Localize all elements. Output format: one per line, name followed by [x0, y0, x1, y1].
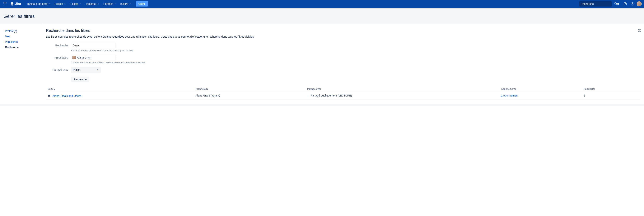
announcement-icon[interactable]: [615, 1, 621, 7]
col-owner[interactable]: Propriétaire: [194, 86, 306, 92]
create-button[interactable]: Créer: [136, 1, 148, 6]
nav-item-portfolio[interactable]: Portfolio: [102, 1, 118, 6]
section-description: Les filtres sont des recherches de ticke…: [46, 35, 640, 38]
global-search[interactable]: [579, 1, 612, 6]
help-corner-icon[interactable]: [638, 29, 641, 33]
svg-point-15: [640, 31, 640, 32]
cell-subscriptions: 1 Abonnement: [500, 92, 582, 100]
search-button[interactable]: Recherche: [71, 76, 89, 82]
page-header: Gérer les filtres: [0, 8, 644, 24]
shared-value: Public: [73, 68, 80, 71]
shared-label: Partagé avec: [46, 67, 71, 71]
nav-item-projects[interactable]: Projets: [52, 1, 68, 6]
results-table: Nom▲ Propriétaire Partagé avec Abonnemen…: [46, 86, 640, 100]
svg-rect-0: [4, 2, 4, 3]
nav-links: Tableaux de bord Projets Tickets Tableau…: [25, 1, 133, 6]
owner-name: Alana Grant: [77, 56, 91, 59]
chevron-down-icon: [80, 3, 81, 5]
search-label: Recherche: [46, 43, 71, 47]
col-name[interactable]: Nom▲: [46, 86, 194, 92]
star-icon[interactable]: [48, 94, 51, 98]
jira-logo[interactable]: Jira: [9, 2, 22, 6]
shared-select[interactable]: Public: [71, 67, 101, 73]
sidebar-item-search[interactable]: Recherche: [5, 44, 39, 50]
chevron-down-icon: [96, 68, 99, 71]
sidebar-item-my[interactable]: Mes: [5, 34, 39, 39]
svg-point-13: [632, 4, 633, 4]
logo-text: Jira: [15, 2, 21, 6]
sidebar-item-favorite[interactable]: Préféré(e): [5, 28, 39, 34]
page-title: Gérer les filtres: [4, 14, 644, 19]
nav-item-insight[interactable]: Insight: [118, 1, 133, 6]
cell-owner: Alana Grant (agrant): [194, 92, 306, 100]
top-nav: Jira Tableaux de bord Projets Tickets Ta…: [0, 0, 644, 8]
jira-logo-icon: [10, 2, 14, 6]
filter-name-link[interactable]: Alana: Deals and Offers: [52, 94, 81, 98]
form-row-search: Recherche Effectue une recherche selon l…: [46, 43, 640, 53]
form-row-owner: Propriétaire Alana Grant Commencer à tap…: [46, 55, 640, 65]
user-avatar[interactable]: [637, 1, 642, 6]
svg-rect-6: [4, 5, 4, 5]
cell-shared: Partagé publiquement (LECTURE): [306, 92, 500, 100]
form-row-shared: Partagé avec Public: [46, 67, 640, 73]
col-shared[interactable]: Partagé avec: [306, 86, 500, 92]
sort-asc-icon: ▲: [53, 88, 55, 90]
svg-rect-4: [5, 4, 5, 4]
chevron-down-icon: [114, 3, 116, 5]
chevron-down-icon: [64, 3, 66, 5]
page-bottom-border: [0, 104, 644, 106]
cell-popularity: 2: [582, 92, 640, 100]
sidebar-item-popular[interactable]: Populaires: [5, 39, 39, 44]
owner-input[interactable]: Alana Grant: [71, 55, 116, 60]
topnav-right-icons: [615, 1, 642, 7]
owner-avatar-icon: [72, 56, 76, 59]
owner-label: Propriétaire: [46, 55, 71, 59]
table-row: Alana: Deals and Offers Alana Grant (agr…: [46, 92, 640, 100]
search-input[interactable]: [71, 43, 116, 48]
form-row-submit: Recherche: [46, 74, 640, 82]
svg-rect-5: [6, 4, 6, 4]
chevron-down-icon: [97, 3, 99, 5]
nav-item-dashboards[interactable]: Tableaux de bord: [25, 1, 52, 6]
owner-hint: Commencer à taper pour obtenir une liste…: [71, 61, 146, 64]
nav-item-tickets[interactable]: Tickets: [68, 1, 83, 6]
svg-rect-1: [5, 2, 5, 3]
svg-rect-3: [4, 4, 4, 4]
search-hint: Effectue une recherche selon le nom et l…: [71, 49, 134, 52]
content: Recherche dans les filtres Les filtres s…: [42, 24, 644, 104]
chevron-down-icon: [48, 3, 50, 5]
nav-item-boards[interactable]: Tableaux: [84, 1, 101, 6]
section-title: Recherche dans les filtres: [46, 28, 640, 33]
col-subscriptions[interactable]: Abonnements: [500, 86, 582, 92]
help-icon[interactable]: [622, 1, 628, 7]
col-popularity[interactable]: Popularité: [582, 86, 640, 92]
settings-icon[interactable]: [630, 1, 636, 7]
main-layout: Préféré(e) Mes Populaires Recherche Rech…: [0, 24, 644, 104]
app-switcher-icon[interactable]: [2, 1, 8, 6]
chevron-down-icon: [129, 3, 131, 5]
svg-rect-2: [6, 2, 6, 3]
sidebar: Préféré(e) Mes Populaires Recherche: [0, 24, 42, 104]
svg-rect-8: [6, 5, 6, 5]
svg-rect-7: [5, 5, 5, 5]
global-search-input[interactable]: [581, 2, 614, 5]
svg-point-12: [625, 4, 626, 5]
subscription-link[interactable]: 1 Abonnement: [501, 94, 518, 97]
